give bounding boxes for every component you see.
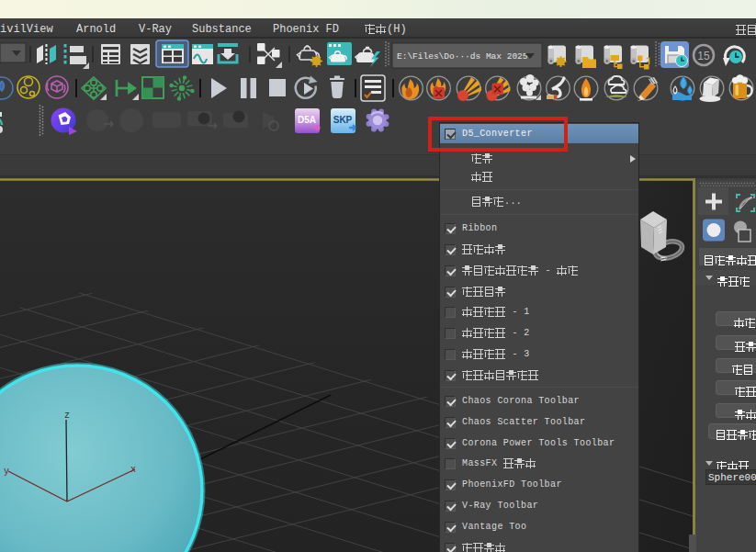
svg-text:SKP: SKP	[333, 115, 353, 125]
svg-text:z: z	[64, 411, 70, 421]
svg-text:E:\Files\Do···ds Max 2025: E:\Files\Do···ds Max 2025	[397, 51, 528, 62]
svg-text:15: 15	[697, 50, 710, 62]
svg-text:x: x	[130, 465, 136, 475]
svg-text:D5A: D5A	[298, 115, 316, 125]
svg-text:y: y	[4, 467, 9, 477]
